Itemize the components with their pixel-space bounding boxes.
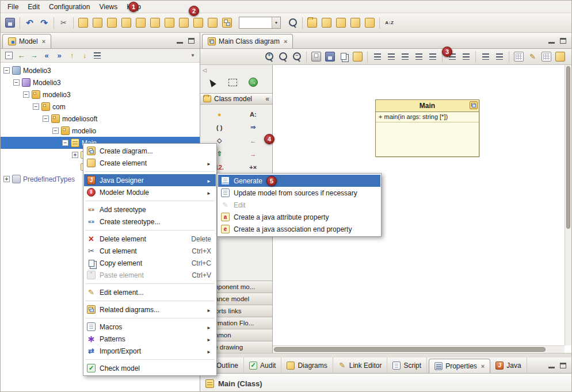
tree-item-modelio3[interactable]: Modelio3 [1, 76, 200, 89]
selection-tool[interactable] [205, 76, 219, 89]
class-node-main[interactable]: Main + main(in args: string [*]) [375, 99, 479, 157]
menu-item-copy-element[interactable]: Copy elementCtrl+C [84, 257, 216, 269]
sort-az-button[interactable] [382, 16, 396, 30]
menu-item-modeler-module[interactable]: Modeler Module [84, 186, 216, 198]
close-icon[interactable] [42, 38, 45, 45]
create-interface-button[interactable] [105, 16, 119, 30]
palette-tool-instance[interactable]: ● [203, 109, 237, 120]
menu-item-check-model[interactable]: Check model [84, 362, 216, 374]
close-icon[interactable] [284, 38, 287, 45]
tab-script[interactable]: Script [387, 358, 427, 373]
copy-image-button[interactable] [337, 50, 350, 63]
menu-item-cut-element[interactable]: Cut elementCtrl+X [84, 245, 216, 257]
palette-section-class-model[interactable]: Class model [200, 93, 272, 105]
select-window-button[interactable] [351, 50, 364, 63]
palette-tool-dependency[interactable]: → [237, 148, 270, 159]
tree-item-modelio3[interactable]: Modelio3 [1, 64, 200, 76]
menu-item-related-diagrams[interactable]: Related diagrams... [84, 303, 216, 316]
create-enumeration-button[interactable] [134, 16, 148, 30]
menu-item-generate[interactable]: Generate5 [218, 175, 380, 187]
collapse-toggle[interactable] [13, 79, 20, 86]
menu-item-edit[interactable]: Edit [218, 199, 380, 211]
collapse-toggle[interactable] [43, 116, 49, 122]
menu-item-create-diagram[interactable]: Create diagram... [84, 145, 216, 157]
create-usecase-button[interactable] [162, 16, 177, 30]
maximize-icon[interactable] [188, 38, 195, 44]
back-button[interactable] [16, 50, 27, 62]
align-right-button[interactable] [426, 50, 439, 63]
create-actor-button[interactable] [148, 16, 162, 30]
create-diagram-button[interactable] [220, 16, 234, 30]
menu-edit[interactable]: Edit [23, 2, 44, 12]
collapse-all-button[interactable] [3, 50, 14, 62]
cut-button[interactable] [56, 16, 71, 30]
align-top-button[interactable] [371, 50, 384, 63]
diagram-list-button[interactable] [334, 16, 348, 30]
menu-item-create-a-java-attribute-property[interactable]: Create a java attribute property [218, 211, 380, 223]
panel-sash[interactable] [200, 353, 571, 358]
class-node-header[interactable]: Main [376, 100, 479, 112]
scrollbar-thumb[interactable] [566, 66, 570, 229]
menu-configuration[interactable]: Configuration [44, 2, 94, 12]
diagram-browser-button[interactable] [319, 16, 334, 30]
collapse-toggle[interactable] [23, 91, 29, 98]
match-height-button[interactable] [493, 50, 506, 63]
tree-item-com[interactable]: com [1, 101, 200, 113]
tab-link-editor[interactable]: Link Editor [333, 358, 388, 373]
redo-button[interactable] [37, 16, 51, 30]
class-node-operation[interactable]: + main(in args: string [*]) [376, 112, 479, 122]
minimize-icon[interactable] [177, 42, 183, 44]
maximize-icon[interactable] [560, 38, 566, 44]
zoom-out-button[interactable] [290, 50, 303, 63]
close-icon[interactable] [481, 363, 485, 370]
menu-item-create-element[interactable]: Create element [84, 157, 216, 169]
menu-item-create-a-java-association-end-property[interactable]: Create a java association end property [218, 223, 380, 235]
collapse-toggle[interactable] [3, 67, 10, 74]
create-component-button[interactable] [177, 16, 191, 30]
align-middle-button[interactable] [384, 50, 398, 63]
combo-input[interactable] [239, 17, 272, 28]
tab-java[interactable]: Java [490, 358, 527, 373]
layout-button[interactable] [554, 50, 567, 63]
undo-button[interactable] [22, 16, 37, 30]
scrollbar-thumb[interactable] [274, 347, 546, 352]
menu-item-import-export[interactable]: Import/Export [84, 345, 216, 357]
menu-file[interactable]: File [3, 2, 23, 12]
grid-button[interactable] [540, 50, 553, 63]
collapse-palette-icon[interactable] [203, 66, 207, 74]
table-editor-button[interactable] [363, 16, 377, 30]
flat-view-button[interactable] [91, 50, 103, 62]
menu-item-macros[interactable]: Macros [84, 321, 216, 333]
tab-properties[interactable]: Properties [429, 359, 490, 373]
match-width-button[interactable] [479, 50, 492, 63]
palette-tool-association[interactable]: ⇒ [237, 122, 270, 133]
vertical-scrollbar[interactable] [565, 65, 571, 345]
palette-tool-attribute[interactable]: A: [237, 109, 270, 120]
maximize-icon[interactable] [560, 363, 566, 368]
create-activity-button[interactable] [205, 16, 220, 30]
collapse-toggle[interactable] [33, 103, 39, 110]
down-button[interactable] [79, 50, 90, 62]
view-menu-caret-icon[interactable] [190, 53, 197, 58]
search-button[interactable] [285, 16, 300, 30]
tree-item-modeliosoft[interactable]: modeliosoft [1, 113, 200, 125]
minimize-icon[interactable] [548, 367, 555, 368]
palette-tool-template-binding[interactable]: +× [237, 162, 270, 172]
save-button[interactable] [3, 16, 17, 30]
menu-views[interactable]: Views [94, 2, 122, 12]
diagram-grid-button[interactable] [348, 16, 363, 30]
tab-main-class-diagram[interactable]: Main Class diagram [202, 34, 293, 48]
menu-item-add-stereotype[interactable]: Add stereotype [84, 203, 216, 216]
zoom-in-button[interactable] [262, 50, 276, 63]
palette-tool-operation[interactable]: ( ) [203, 122, 237, 133]
collapse-toggle[interactable] [62, 140, 68, 146]
menu-item-update-model-from-sources-if-necessary[interactable]: Update model from sources if necessary [218, 187, 380, 199]
create-state-machine-button[interactable] [191, 16, 205, 30]
save-image-button[interactable] [323, 50, 337, 63]
toolbar-combo[interactable] [239, 17, 281, 29]
marquee-tool[interactable] [226, 76, 239, 89]
navigate-tool[interactable] [246, 76, 260, 89]
create-class-button[interactable] [90, 16, 105, 30]
horizontal-scrollbar[interactable] [273, 345, 565, 353]
collapse-toggle[interactable] [52, 128, 59, 134]
